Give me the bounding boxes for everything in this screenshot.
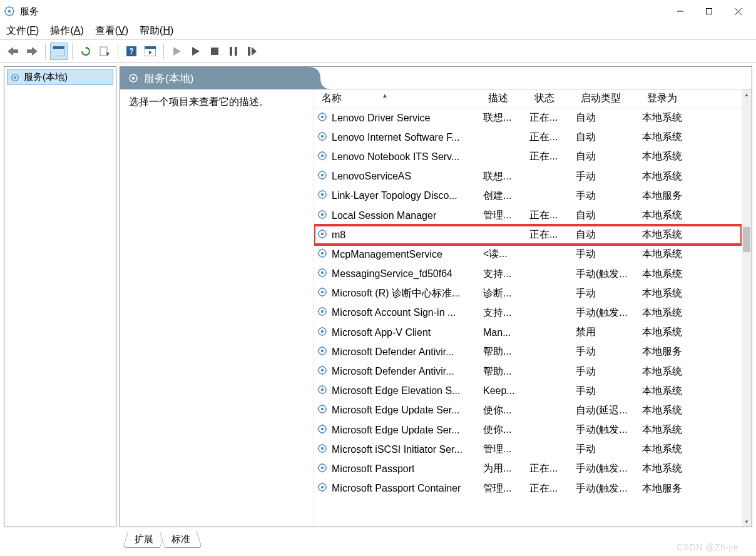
table-row[interactable]: Link-Layer Topology Disco...创建...手动本地服务	[314, 186, 742, 206]
col-desc[interactable]: 描述	[483, 92, 529, 105]
svg-point-131	[321, 408, 324, 411]
gear-icon	[317, 267, 328, 281]
gear-icon	[317, 326, 328, 340]
table-row[interactable]: Microsoft Defender Antivir...帮助...手动本地系统	[314, 361, 742, 381]
service-status: 正在...	[529, 150, 576, 163]
service-desc: 管理...	[483, 482, 529, 495]
gear-icon	[317, 482, 328, 495]
svg-marker-29	[173, 47, 181, 56]
table-row[interactable]: Microsoft Edge Elevation S...Keep...手动本地…	[314, 382, 742, 401]
table-row[interactable]: Microsoft Passport为用...正在...手动(触发...本地系统	[314, 459, 742, 478]
service-status: 正在...	[529, 462, 576, 475]
scroll-down-icon[interactable]: ▼	[742, 517, 752, 527]
vertical-scrollbar[interactable]: ▲ ▼	[742, 89, 752, 527]
svg-rect-27	[145, 46, 156, 49]
service-startup: 手动	[576, 345, 642, 358]
service-logon: 本地系统	[642, 443, 705, 456]
service-desc: 联想...	[483, 170, 529, 183]
column-headers[interactable]: 名称▲ 描述 状态 启动类型 登录为	[314, 89, 752, 108]
start-service-button[interactable]	[168, 43, 186, 60]
minimize-button[interactable]	[666, 0, 695, 23]
service-startup: 手动	[576, 170, 642, 183]
service-startup: 手动(触发...	[576, 306, 642, 320]
col-name[interactable]: 名称▲	[317, 92, 483, 105]
gear-icon	[317, 384, 328, 398]
svg-rect-17	[27, 49, 32, 53]
export-list-button[interactable]	[96, 43, 113, 60]
col-logon[interactable]: 登录为	[642, 92, 705, 105]
forward-button[interactable]	[23, 43, 41, 60]
watermark: CSDN @Zh-jie	[677, 542, 738, 552]
svg-rect-20	[53, 49, 57, 56]
refresh-button[interactable]	[77, 43, 94, 60]
description-prompt: 选择一个项目来查看它的描述。	[129, 96, 305, 109]
svg-rect-31	[211, 48, 218, 55]
close-button[interactable]	[723, 0, 752, 23]
service-desc: Keep...	[483, 385, 529, 397]
service-status: 正在...	[529, 131, 576, 144]
maximize-button[interactable]	[695, 0, 723, 23]
table-row[interactable]: Lenovo Internet Software F...正在...自动本地系统	[314, 128, 742, 147]
service-logon: 本地系统	[642, 385, 705, 398]
menu-help[interactable]: 帮助(H)	[140, 24, 173, 38]
tab-extended[interactable]: 扩展	[123, 532, 165, 548]
table-row[interactable]: LenovoServiceAS联想...手动本地系统	[314, 167, 742, 186]
svg-point-59	[321, 174, 324, 177]
service-logon: 本地系统	[642, 111, 705, 124]
col-status[interactable]: 状态	[529, 92, 576, 105]
gear-icon	[317, 248, 328, 261]
service-name: Microsoft Edge Update Ser...	[332, 425, 460, 436]
stop-service-button[interactable]	[206, 43, 223, 60]
gear-icon	[10, 73, 20, 83]
table-row[interactable]: Microsoft Defender Antivir...帮助...手动本地服务	[314, 342, 742, 361]
properties-button[interactable]	[141, 43, 159, 60]
svg-line-8	[6, 14, 7, 16]
service-startup: 手动	[576, 443, 642, 456]
start-service-alt-button[interactable]	[187, 43, 205, 60]
svg-marker-30	[192, 47, 200, 56]
table-row[interactable]: Microsoft Passport Container管理...正在...手动…	[314, 479, 742, 498]
pause-service-button[interactable]	[225, 43, 242, 60]
service-logon: 本地系统	[642, 423, 705, 437]
table-row[interactable]: Lenovo Driver Service联想...正在...自动本地系统	[314, 108, 742, 128]
svg-rect-34	[248, 47, 250, 56]
tree-item-services-local[interactable]: 服务(本地)	[7, 69, 113, 85]
table-row[interactable]: MessagingService_fd50f64支持...手动(触发...本地系…	[314, 265, 742, 284]
svg-point-71	[321, 213, 324, 216]
service-name: Microsoft Edge Elevation S...	[332, 385, 460, 397]
back-button[interactable]	[4, 43, 22, 60]
table-row[interactable]: Microsoft App-V ClientMan...禁用本地系统	[314, 323, 742, 342]
menu-file[interactable]: 文件(F)	[6, 24, 39, 38]
col-startup[interactable]: 启动类型	[576, 92, 642, 105]
services-list[interactable]: 名称▲ 描述 状态 启动类型 登录为 Lenovo Driver Service…	[314, 89, 752, 527]
svg-point-37	[14, 76, 16, 79]
navigation-tree[interactable]: 服务(本地)	[4, 66, 116, 527]
scrollbar-thumb[interactable]	[743, 227, 750, 252]
help-button[interactable]: ?	[123, 43, 140, 60]
table-row[interactable]: Microsoft iSCSI Initiator Ser...管理...手动本…	[314, 440, 742, 459]
table-row[interactable]: Lenovo Notebook ITS Serv...正在...自动本地系统	[314, 147, 742, 166]
service-startup: 手动	[576, 365, 642, 378]
service-status: 正在...	[529, 209, 576, 222]
table-row[interactable]: Microsoft Edge Update Ser...使你...自动(延迟..…	[314, 401, 742, 420]
scroll-up-icon[interactable]: ▲	[742, 89, 752, 99]
restart-service-button[interactable]	[243, 43, 261, 60]
table-row[interactable]: Microsoft Account Sign-in ...支持...手动(触发.…	[314, 303, 742, 323]
show-hide-tree-button[interactable]	[50, 43, 68, 60]
gear-icon	[317, 286, 328, 300]
menu-view[interactable]: 查看(V)	[95, 24, 128, 38]
service-name: Microsoft Account Sign-in ...	[332, 307, 456, 318]
table-row[interactable]: Microsoft (R) 诊断中心标准...诊断...手动本地系统	[314, 284, 742, 303]
table-row[interactable]: m8正在...自动本地系统	[314, 225, 742, 245]
service-logon: 本地系统	[642, 228, 705, 241]
tab-standard[interactable]: 标准	[160, 532, 202, 548]
gear-icon	[317, 462, 328, 476]
table-row[interactable]: McpManagementService<读...手动本地系统	[314, 245, 742, 264]
svg-line-7	[13, 14, 14, 16]
menu-action[interactable]: 操作(A)	[50, 24, 83, 38]
table-row[interactable]: Microsoft Edge Update Ser...使你...手动(触发..…	[314, 420, 742, 440]
service-name: Lenovo Notebook ITS Serv...	[332, 151, 459, 163]
service-desc: 管理...	[483, 443, 529, 456]
tree-item-label: 服务(本地)	[24, 71, 68, 83]
table-row[interactable]: Local Session Manager管理...正在...自动本地系统	[314, 206, 742, 225]
